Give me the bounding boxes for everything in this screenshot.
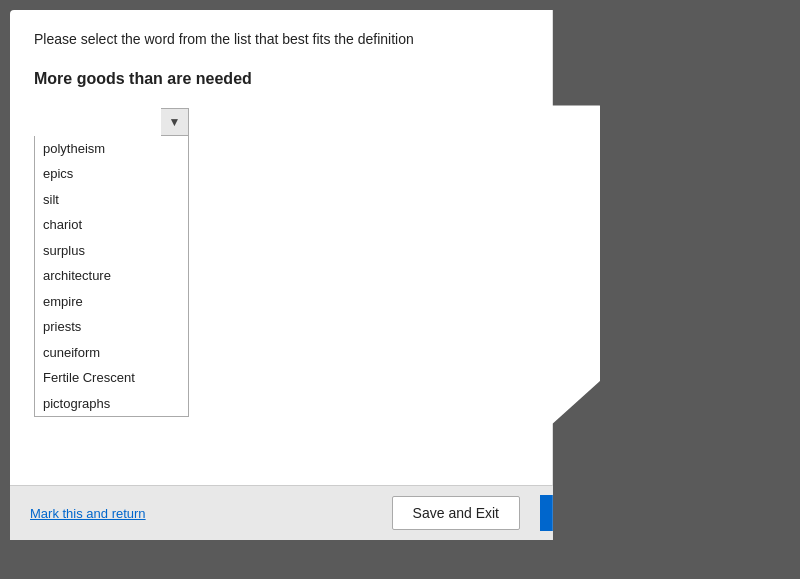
list-item[interactable]: surplus bbox=[35, 238, 188, 264]
list-item[interactable]: empire bbox=[35, 289, 188, 315]
dropdown-list-wrapper: polytheismepicssiltchariotsurplusarchite… bbox=[34, 136, 189, 417]
next-button[interactable] bbox=[540, 495, 580, 531]
list-item[interactable]: polytheism bbox=[35, 136, 188, 162]
definition-text: More goods than are needed bbox=[34, 70, 576, 88]
list-item[interactable]: chariot bbox=[35, 212, 188, 238]
list-item[interactable]: cuneiform bbox=[35, 340, 188, 366]
save-exit-button[interactable]: Save and Exit bbox=[392, 496, 520, 530]
bottom-bar: Mark this and return Save and Exit bbox=[10, 485, 600, 540]
list-item[interactable]: silt bbox=[35, 187, 188, 213]
dropdown-list[interactable]: polytheismepicssiltchariotsurplusarchite… bbox=[35, 136, 188, 416]
instruction-text: Please select the word from the list tha… bbox=[34, 30, 576, 50]
list-item[interactable]: pictographs bbox=[35, 391, 188, 416]
quiz-panel: Please select the word from the list tha… bbox=[10, 10, 600, 540]
list-item[interactable]: architecture bbox=[35, 263, 188, 289]
dropdown-arrow-icon: ▼ bbox=[161, 108, 189, 136]
mark-return-link[interactable]: Mark this and return bbox=[30, 506, 146, 521]
list-item[interactable]: Fertile Crescent bbox=[35, 365, 188, 391]
list-item[interactable]: epics bbox=[35, 161, 188, 187]
list-item[interactable]: priests bbox=[35, 314, 188, 340]
